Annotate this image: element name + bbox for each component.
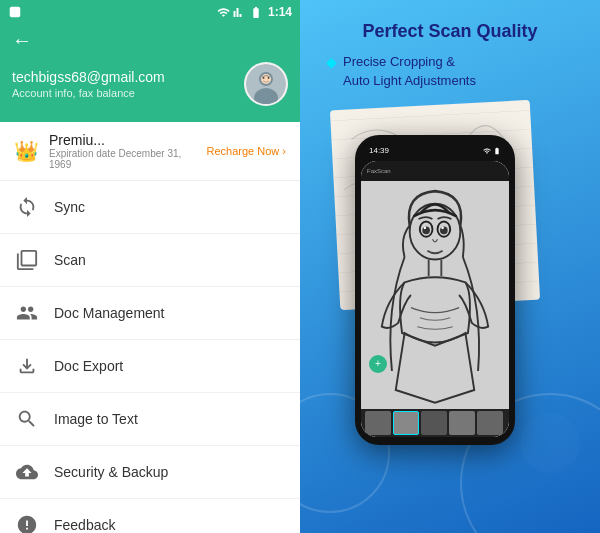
svg-rect-0 (10, 7, 21, 18)
image-to-text-icon (14, 406, 40, 432)
feedback-label: Feedback (54, 517, 115, 533)
scan-icon (14, 247, 40, 273)
thumb-2[interactable] (393, 411, 419, 435)
menu-item-scan[interactable]: Scan (0, 234, 300, 287)
status-time: 1:14 (268, 5, 292, 19)
user-subtext: Account info, fax balance (12, 87, 165, 99)
fab-button[interactable]: + (369, 355, 387, 373)
phone-battery-icon (493, 147, 501, 155)
menu-list: Sync Scan Doc Management Doc Export (0, 181, 300, 533)
feature-text-1: Precise Cropping &Auto Light Adjustments (343, 53, 476, 89)
avatar-svg (246, 64, 286, 104)
recharge-link[interactable]: Recharge Now › (207, 145, 286, 157)
svg-point-16 (441, 226, 444, 229)
thumbnail-bar (361, 409, 509, 437)
doc-export-label: Doc Export (54, 358, 123, 374)
anime-sketch-svg (361, 181, 509, 409)
signal-icon (233, 6, 245, 19)
feature-point-1: ◆ Precise Cropping &Auto Light Adjustmen… (316, 53, 476, 89)
phone-time: 14:39 (369, 146, 389, 155)
security-backup-icon (14, 459, 40, 485)
right-panel: Perfect Scan Quality ◆ Precise Cropping … (300, 0, 600, 533)
premium-expiry: Expiration date December 31, 1969 (49, 148, 197, 170)
battery-icon (248, 6, 264, 19)
wifi-icon (217, 6, 230, 19)
premium-label: Premiu... (49, 132, 197, 148)
sketch-header-bar: FaxScan (361, 161, 509, 181)
sketch-bg: FaxScan (361, 161, 509, 437)
feedback-icon (14, 512, 40, 533)
image-to-text-label: Image to Text (54, 411, 138, 427)
thumb-5[interactable] (477, 411, 503, 435)
user-text: techbigss68@gmail.com Account info, fax … (12, 69, 165, 99)
menu-item-sync[interactable]: Sync (0, 181, 300, 234)
phone-frame: 14:39 FaxScan (355, 135, 515, 445)
phone-status-icons (483, 147, 501, 155)
premium-text: Premiu... Expiration date December 31, 1… (49, 132, 197, 170)
menu-item-image-to-text[interactable]: Image to Text (0, 393, 300, 446)
menu-item-doc-management[interactable]: Doc Management (0, 287, 300, 340)
scan-label: Scan (54, 252, 86, 268)
thumb-4[interactable] (449, 411, 475, 435)
sketch-app-name: FaxScan (367, 168, 391, 174)
right-title: Perfect Scan Quality (362, 20, 537, 43)
crown-icon: 👑 (14, 139, 39, 163)
svg-point-6 (268, 77, 270, 79)
back-button[interactable]: ← (12, 30, 32, 50)
sync-icon (14, 194, 40, 220)
svg-point-13 (422, 226, 430, 234)
svg-rect-9 (361, 181, 509, 409)
left-panel: 1:14 ← techbigss68@gmail.com Account inf… (0, 0, 300, 533)
status-bar-right: 1:14 (217, 5, 292, 19)
doc-management-icon (14, 300, 40, 326)
sync-label: Sync (54, 199, 85, 215)
phone-screen: FaxScan (361, 161, 509, 437)
user-info-section: techbigss68@gmail.com Account info, fax … (0, 62, 300, 122)
svg-point-15 (424, 226, 427, 229)
phone-wifi-icon (483, 147, 491, 155)
user-email: techbigss68@gmail.com (12, 69, 165, 85)
menu-item-feedback[interactable]: Feedback (0, 499, 300, 533)
thumb-3[interactable] (421, 411, 447, 435)
bullet-diamond: ◆ (326, 54, 337, 70)
app-icon (8, 5, 22, 19)
svg-point-5 (263, 77, 265, 79)
thumb-1[interactable] (365, 411, 391, 435)
security-backup-label: Security & Backup (54, 464, 168, 480)
doc-export-icon (14, 353, 40, 379)
doc-management-label: Doc Management (54, 305, 165, 321)
menu-item-doc-export[interactable]: Doc Export (0, 340, 300, 393)
premium-row[interactable]: 👑 Premiu... Expiration date December 31,… (0, 122, 300, 181)
header-bar: ← (0, 24, 300, 62)
status-icons (217, 6, 264, 19)
avatar (244, 62, 288, 106)
status-bar: 1:14 (0, 0, 300, 24)
status-bar-left (8, 5, 24, 19)
sketch-main: + (361, 181, 509, 409)
phone-notch-bar: 14:39 (361, 143, 509, 159)
menu-item-security-backup[interactable]: Security & Backup (0, 446, 300, 499)
sketch-image (361, 181, 509, 409)
svg-point-14 (440, 226, 448, 234)
phone-mockup-area: 14:39 FaxScan (325, 105, 575, 485)
